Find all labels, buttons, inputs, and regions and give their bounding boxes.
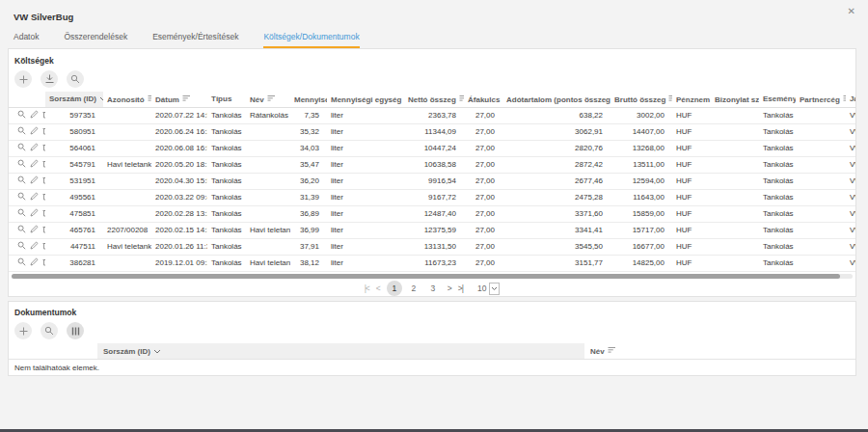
cell-nev: Rátankolás — [246, 107, 290, 123]
column-header-tipus[interactable]: Típus — [207, 92, 246, 107]
table-row[interactable]: 545791Havi teletank2020.05.20 18:19Tanko… — [9, 156, 855, 173]
edit-icon[interactable] — [30, 192, 39, 202]
filter-icon[interactable] — [843, 94, 846, 104]
column-header-egyseg[interactable]: Mennyiségi egység — [327, 92, 404, 107]
cell-penznem: HUF — [672, 222, 711, 238]
edit-icon[interactable] — [30, 241, 39, 252]
tab-osszerendelesek[interactable]: Összerendelések — [64, 32, 127, 48]
filter-icon[interactable] — [148, 94, 151, 104]
table-row[interactable]: 4657612207/002082020.02.15 14:34Tankolás… — [9, 222, 855, 238]
column-header-mennyiseg[interactable]: Mennyiség — [290, 92, 327, 107]
first-page-icon[interactable]: |< — [365, 284, 369, 293]
table-row[interactable]: 3862812019.12.01 09:24TankolásHavi telet… — [9, 255, 855, 271]
table-row[interactable]: 5319512020.04.30 15:50Tankolás36,20liter… — [9, 173, 855, 189]
documents-column-sorszam[interactable]: Sorszám (ID) — [97, 343, 584, 359]
filter-icon[interactable] — [267, 94, 276, 104]
page-button-2[interactable]: 2 — [406, 281, 421, 296]
table-row[interactable]: 4955612020.03.22 09:47Tankolás31,39liter… — [9, 189, 855, 205]
column-header-netto[interactable]: Nettó összeg — [404, 92, 464, 107]
columns-button[interactable] — [67, 322, 84, 339]
edit-icon[interactable] — [30, 225, 39, 235]
sort-caret-icon — [153, 347, 161, 356]
cell-azonosito — [103, 140, 151, 156]
delete-icon[interactable] — [42, 159, 45, 170]
delete-icon[interactable] — [42, 143, 45, 153]
cell-egyseg: liter — [327, 156, 404, 173]
column-header-brutto[interactable]: Bruttó összeg — [610, 92, 672, 107]
edit-icon[interactable] — [30, 110, 39, 121]
filter-icon[interactable] — [459, 94, 464, 104]
column-header-sorszam[interactable]: Sorszám (ID) — [45, 92, 103, 107]
column-header-penznem[interactable]: Pénznem — [672, 92, 711, 107]
filter-icon[interactable] — [182, 94, 191, 104]
column-header-afa[interactable]: Áfakulcs — [464, 92, 502, 107]
column-header-azonosito[interactable]: Azonosító — [103, 92, 151, 107]
edit-icon[interactable] — [30, 143, 39, 153]
tab-esemenyek-ertesitesek[interactable]: Események/Értesítések — [152, 32, 238, 48]
edit-icon[interactable] — [30, 257, 39, 268]
next-page-icon[interactable]: > — [448, 284, 451, 293]
cell-mennyiseg: 31,39 — [290, 189, 327, 205]
table-row[interactable]: 5640612020.06.08 16:57Tankolás34,03liter… — [9, 140, 855, 156]
search-documents-button[interactable] — [41, 322, 58, 339]
view-icon[interactable] — [17, 241, 26, 252]
table-row[interactable]: 4758512020.02.28 13:23Tankolás36,89liter… — [9, 205, 855, 222]
column-header-nev[interactable]: Név — [246, 92, 290, 107]
delete-icon[interactable] — [42, 241, 45, 252]
delete-icon[interactable] — [42, 126, 45, 137]
edit-icon[interactable] — [30, 176, 39, 186]
column-header-bizonylat[interactable]: Bizonylat száma — [711, 92, 759, 107]
add-cost-button[interactable] — [14, 70, 32, 88]
delete-icon[interactable] — [42, 225, 45, 235]
filter-icon[interactable] — [668, 94, 672, 104]
cell-tipus: Tankolás — [207, 140, 246, 156]
tab-koltsegek-dokumentumok[interactable]: Költségek/Dokumentumok — [263, 32, 359, 48]
table-row[interactable]: 5809512020.06.24 16:28Tankolás35,32liter… — [9, 123, 855, 140]
column-header-datum[interactable]: Dátum — [151, 92, 207, 107]
view-icon[interactable] — [17, 126, 26, 137]
table-row[interactable]: 5973512020.07.22 14:50TankolásRátankolás… — [9, 107, 855, 123]
column-header-jarmu[interactable]: Jármű — [846, 92, 855, 107]
download-costs-button[interactable] — [41, 70, 58, 88]
view-icon[interactable] — [17, 192, 26, 202]
costs-section-title: Költségek — [14, 56, 855, 66]
filter-icon[interactable] — [608, 346, 616, 356]
table-row[interactable]: 447511Havi teletank2020.01.26 11:30Tanko… — [9, 238, 855, 255]
prev-page-icon[interactable]: < — [376, 284, 380, 293]
column-header-ado[interactable]: Adótartalom (pontos összeg) — [502, 92, 610, 107]
delete-icon[interactable] — [42, 176, 45, 186]
delete-icon[interactable] — [42, 192, 45, 202]
add-document-button[interactable] — [14, 322, 32, 339]
delete-icon[interactable] — [42, 208, 45, 219]
delete-icon[interactable] — [42, 257, 45, 268]
cell-azonosito: Havi teletank — [103, 156, 151, 173]
cell-egyseg: liter — [327, 107, 404, 123]
page-button-1[interactable]: 1 — [387, 281, 402, 296]
close-icon[interactable]: ✕ — [848, 7, 855, 16]
costs-toolbar — [14, 70, 855, 88]
documents-column-nev[interactable]: Név — [584, 346, 855, 356]
page-size-dropdown[interactable] — [489, 283, 500, 295]
search-costs-button[interactable] — [67, 70, 84, 88]
column-header-esemeny[interactable]: Esemény — [759, 92, 796, 107]
edit-icon[interactable] — [30, 126, 39, 137]
delete-icon[interactable] — [42, 110, 45, 121]
cell-mennyiseg: 37,91 — [290, 238, 327, 255]
last-page-icon[interactable]: >| — [458, 284, 463, 293]
cell-sorszam: 545791 — [45, 156, 103, 173]
edit-icon[interactable] — [30, 208, 39, 219]
view-icon[interactable] — [17, 208, 26, 219]
view-icon[interactable] — [17, 225, 26, 235]
page-button-3[interactable]: 3 — [425, 281, 441, 296]
view-icon[interactable] — [17, 143, 26, 153]
view-icon[interactable] — [17, 110, 26, 121]
cell-bizonylat — [711, 222, 759, 238]
column-header-partnerceg[interactable]: Partnercég — [796, 92, 846, 107]
view-icon[interactable] — [17, 176, 26, 186]
view-icon[interactable] — [17, 257, 26, 268]
scrollbar-thumb[interactable] — [12, 274, 840, 279]
view-icon[interactable] — [17, 159, 26, 170]
tab-adatok[interactable]: Adatok — [14, 32, 39, 48]
cell-egyseg: liter — [327, 140, 404, 156]
edit-icon[interactable] — [30, 159, 39, 170]
